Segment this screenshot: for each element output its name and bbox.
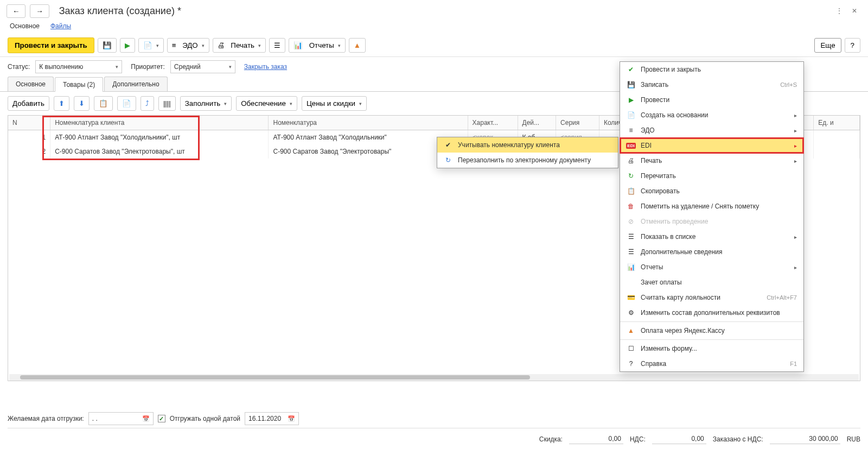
cancel-icon: ⊘ xyxy=(627,217,635,226)
save-button[interactable]: 💾 xyxy=(98,38,117,53)
move-down-button[interactable]: ⬇ xyxy=(74,96,90,111)
col-char[interactable]: Характ... xyxy=(468,116,518,130)
create-based-dropdown[interactable]: 📄 xyxy=(138,38,164,53)
ship-single-label: Отгружать одной датой xyxy=(170,415,240,422)
prices-dropdown[interactable]: Цены и скидки xyxy=(302,96,367,111)
kebab-icon[interactable]: ⋮ xyxy=(834,5,845,16)
menu-help[interactable]: ? Справка F1 xyxy=(620,356,803,371)
chevron-right-icon: ▸ xyxy=(794,264,797,270)
close-order-link[interactable]: Закрыть заказ xyxy=(244,63,287,71)
menu-reread[interactable]: ↻ Перечитать xyxy=(620,168,803,184)
col-act[interactable]: Дей... xyxy=(518,116,556,130)
share-icon: ⤴ xyxy=(145,99,149,108)
ship-date-input[interactable]: . . xyxy=(88,412,154,425)
chevron-right-icon: ▸ xyxy=(794,128,797,134)
menu-mark-delete[interactable]: 🗑 Пометить на удаление / Снять пометку xyxy=(620,199,803,214)
menu-print[interactable]: 🖨 Печать ▸ xyxy=(620,153,803,168)
col-series[interactable]: Серия xyxy=(556,116,599,130)
arrow-up-icon: ⬆ xyxy=(59,99,65,108)
menu-read-card[interactable]: 💳 Считать карту лояльности Ctrl+Alt+F7 xyxy=(620,290,803,305)
print-icon: 🖨 xyxy=(627,156,635,165)
priority-label: Приоритет: xyxy=(131,63,165,71)
edo-icon: ≡ xyxy=(172,41,176,49)
menu-payment-offset[interactable]: Зачет оплаты xyxy=(620,275,803,290)
save-icon: 💾 xyxy=(103,41,112,49)
barcode-button[interactable]: |||| xyxy=(158,96,176,111)
menu-post[interactable]: ▶ Провести xyxy=(620,92,803,108)
menu-change-req[interactable]: ⚙ Изменить состав дополнительных реквизи… xyxy=(620,305,803,320)
menu-show-in-list[interactable]: ☰ Показать в списке ▸ xyxy=(620,229,803,244)
col-nomen[interactable]: Номенклатура xyxy=(269,116,468,130)
help-icon: ? xyxy=(627,359,635,368)
priority-select[interactable]: Средний xyxy=(170,60,235,73)
paste-icon: 📄 xyxy=(122,99,131,108)
list-icon: ☰ xyxy=(274,41,280,49)
link-files[interactable]: Файлы xyxy=(50,22,71,30)
card-icon: 💳 xyxy=(627,293,635,302)
post-button[interactable]: ▶ xyxy=(120,38,135,53)
vat-value: 0,00 xyxy=(652,434,706,444)
chevron-right-icon: ▸ xyxy=(794,234,797,240)
tab-main[interactable]: Основное xyxy=(8,77,54,91)
page-title: Заказ клиента (создание) * xyxy=(59,5,181,17)
chevron-right-icon: ▸ xyxy=(794,158,797,164)
ship-single-date-input[interactable]: 16.11.2020 xyxy=(245,412,299,425)
chevron-right-icon: ▸ xyxy=(794,112,797,118)
copy-icon: 📋 xyxy=(99,99,108,108)
col-n[interactable]: N xyxy=(8,116,50,130)
tab-extra[interactable]: Дополнительно xyxy=(104,77,167,91)
share-button[interactable]: ⤴ xyxy=(141,96,154,111)
move-up-button[interactable]: ⬆ xyxy=(54,96,69,111)
menu-change-form[interactable]: ☐ Изменить форму... xyxy=(620,341,803,356)
list-button[interactable]: ☰ xyxy=(269,38,285,53)
close-icon[interactable]: ✕ xyxy=(849,5,860,16)
nav-back-button[interactable]: ← xyxy=(7,4,25,18)
post-icon: ▶ xyxy=(627,96,635,104)
more-button[interactable]: Еще xyxy=(814,38,841,53)
delete-mark-icon: 🗑 xyxy=(627,202,635,211)
yandex-button[interactable]: ▲ xyxy=(349,38,366,53)
copy-button[interactable]: 📋 xyxy=(94,96,113,111)
ship-single-checkbox[interactable] xyxy=(158,415,165,422)
tab-goods[interactable]: Товары (2) xyxy=(55,77,103,92)
menu-separator xyxy=(620,339,803,340)
shipping-row: Желаемая дата отгрузки: . . Отгружать од… xyxy=(8,412,860,425)
link-main[interactable]: Основное xyxy=(10,22,40,30)
paste-button[interactable]: 📄 xyxy=(117,96,136,111)
menu-save[interactable]: 💾 Записать Ctrl+S xyxy=(620,77,803,92)
menu-extra-info[interactable]: ☰ Дополнительные сведения xyxy=(620,244,803,260)
submenu-item-consider-client-nomen[interactable]: ✔ Учитывать номенклатуру клиента xyxy=(437,137,618,153)
menu-copy[interactable]: 📋 Скопировать xyxy=(620,184,803,199)
add-button[interactable]: Добавить xyxy=(8,96,49,111)
edi-icon: EDI xyxy=(627,141,635,150)
menu-create-based[interactable]: 📄 Создать на основании ▸ xyxy=(620,108,803,123)
supply-dropdown[interactable]: Обеспечение xyxy=(236,96,297,111)
menu-reports[interactable]: 📊 Отчеты ▸ xyxy=(620,260,803,275)
menu-yandex[interactable]: ▲ Оплата через Яндекс.Кассу xyxy=(620,323,803,338)
help-button[interactable]: ? xyxy=(845,38,860,53)
scrollbar-thumb[interactable] xyxy=(20,375,530,380)
post-and-close-button[interactable]: Провести и закрыть xyxy=(8,37,94,53)
menu-edo[interactable]: ≡ ЭДО ▸ xyxy=(620,123,803,138)
col-client-nomen[interactable]: Номенклатура клиента xyxy=(50,116,269,130)
edo-icon: ≡ xyxy=(627,126,635,135)
vat-label: НДС: xyxy=(630,435,646,443)
horizontal-scrollbar[interactable] xyxy=(9,374,859,381)
link-bar: Основное Файлы xyxy=(0,22,868,34)
edi-submenu-popup: ✔ Учитывать номенклатуру клиента ↻ Перез… xyxy=(437,137,618,168)
print-dropdown[interactable]: 🖨 Печать xyxy=(213,38,266,53)
submenu-item-refill-edoc[interactable]: ↻ Перезаполнить по электронному документ… xyxy=(437,153,618,168)
print-icon: 🖨 xyxy=(218,41,225,49)
nav-forward-button[interactable]: → xyxy=(30,4,49,18)
col-unit[interactable]: Ед. и xyxy=(814,116,860,130)
edo-dropdown[interactable]: ≡ ЭДО xyxy=(167,38,209,53)
reports-dropdown[interactable]: 📊 Отчеты xyxy=(289,38,346,53)
fill-dropdown[interactable]: Заполнить xyxy=(180,96,232,111)
yandex-icon: ▲ xyxy=(354,41,361,49)
status-select[interactable]: К выполнению xyxy=(35,60,122,73)
menu-post-and-close[interactable]: ✔ Провести и закрыть xyxy=(620,62,803,77)
menu-edi[interactable]: EDI EDI ▸ xyxy=(620,138,803,153)
status-label: Статус: xyxy=(8,63,30,71)
total-value: 30 000,00 xyxy=(770,434,840,444)
discount-value: 0,00 xyxy=(569,434,623,444)
